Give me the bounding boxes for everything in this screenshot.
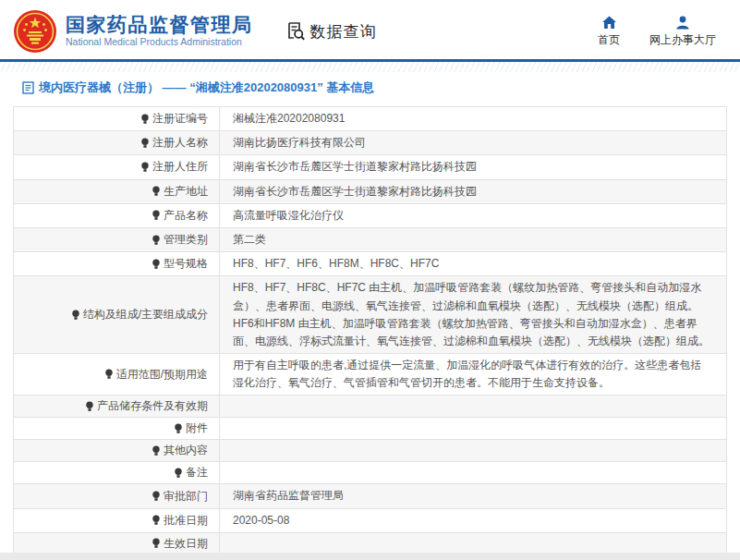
- row-label-text: 附件: [186, 420, 208, 436]
- row-label-text: 生效日期: [164, 536, 208, 552]
- row-label: 备注: [14, 462, 220, 483]
- row-label: 适用范围/预期用途: [14, 354, 220, 395]
- row-label-text: 型号规格: [164, 256, 208, 272]
- table-row: 型号规格 HF8、HF7、HF6、HF8M、HF8C、HF7C: [14, 252, 726, 276]
- table-row: 生产地址 湖南省长沙市岳麓区学士街道黎家村路比扬科技园: [14, 180, 726, 204]
- row-value: [220, 418, 726, 439]
- row-value: 湖南省长沙市岳麓区学士街道黎家村路比扬科技园: [220, 180, 726, 203]
- bulb-icon: [104, 369, 114, 380]
- row-value: 高流量呼吸湿化治疗仪: [220, 204, 726, 227]
- table-row: 管理类别 第二类: [14, 228, 726, 252]
- top-nav: 首页 网上办事大厅: [598, 16, 725, 48]
- breadcrumb: 境内医疗器械（注册） —— “湘械注准20202080931” 基本信息: [0, 72, 740, 104]
- row-label-text: 产品储存条件及有效期: [97, 398, 208, 414]
- row-value: [220, 440, 726, 461]
- data-query-label: 数据查询: [310, 21, 377, 43]
- row-label-text: 其他内容: [164, 443, 208, 458]
- row-value: 湖南省长沙市岳麓区学士街道黎家村路比扬科技园: [220, 155, 726, 178]
- row-label-text: 审批部门: [164, 489, 208, 505]
- org-names: 国家药品监督管理局 National Medical Products Admi…: [66, 14, 253, 49]
- row-label: 产品名称: [14, 204, 220, 227]
- bulb-icon: [140, 138, 150, 149]
- bulb-icon: [140, 162, 150, 173]
- bottom-band: [0, 553, 740, 560]
- row-label: 审批部门: [14, 484, 220, 507]
- bulb-icon: [152, 538, 161, 549]
- row-label-text: 批准日期: [164, 513, 208, 529]
- row-label-text: 结构及组成/主要组成成分: [83, 307, 208, 323]
- row-label: 型号规格: [14, 252, 220, 275]
- document-icon: [22, 81, 34, 94]
- nav-label-home: 首页: [598, 32, 620, 48]
- row-value: 用于有自主呼吸的患者,通过提供一定流量、加温湿化的呼吸气体进行有效的治疗。这些患…: [220, 354, 726, 395]
- table-row: 批准日期 2020-05-08: [14, 509, 726, 533]
- row-value: 湖南省药品监督管理局: [220, 484, 726, 507]
- bulb-icon: [140, 114, 150, 125]
- bulb-icon: [152, 515, 161, 526]
- bulb-icon: [152, 445, 161, 457]
- bulb-icon: [152, 259, 161, 270]
- home-icon: [601, 16, 617, 30]
- breadcrumb-text: 境内医疗器械（注册） —— “湘械注准20202080931” 基本信息: [39, 79, 374, 96]
- row-label: 管理类别: [14, 228, 220, 251]
- header: 国家药品监督管理局 National Medical Products Admi…: [0, 0, 740, 59]
- registration-info-table: 注册证编号 湘械注准20202080931 注册人名称 湖南比扬医疗科技有限公司: [13, 106, 727, 560]
- row-label-text: 注册人住所: [152, 159, 208, 175]
- bulb-icon: [152, 186, 161, 197]
- row-value: HF8、HF7、HF8C、HF7C 由主机、加温呼吸管路套装（螺纹加热管路、弯管…: [220, 276, 726, 353]
- org-name-cn: 国家药品监督管理局: [66, 14, 253, 36]
- table-row: 审批部门 湖南省药品监督管理局: [14, 484, 726, 508]
- doc-search-icon: [285, 20, 307, 43]
- table-row: 注册证编号 湘械注准20202080931: [14, 107, 726, 131]
- row-label: 结构及组成/主要组成成分: [14, 276, 220, 353]
- row-value: 2020-05-08: [220, 509, 726, 532]
- org-name-en: National Medical Products Administration: [66, 36, 253, 49]
- row-label-text: 适用范围/预期用途: [116, 367, 208, 383]
- row-value: HF8、HF7、HF6、HF8M、HF8C、HF7C: [220, 252, 726, 275]
- row-label-text: 注册证编号: [152, 111, 208, 127]
- bulb-icon: [71, 310, 80, 321]
- row-label: 附件: [14, 418, 220, 439]
- row-label: 注册证编号: [14, 107, 220, 130]
- table-row: 产品名称 高流量呼吸湿化治疗仪: [14, 204, 726, 228]
- row-label: 生产地址: [14, 180, 220, 203]
- table-row: 产品储存条件及有效期: [14, 396, 726, 418]
- page: 国家药品监督管理局 National Medical Products Admi…: [0, 0, 740, 560]
- bulb-icon: [152, 235, 161, 246]
- user-icon: [675, 16, 690, 30]
- data-query-tab[interactable]: 数据查询: [285, 20, 377, 43]
- bulb-icon: [174, 468, 183, 479]
- table-row: 注册人名称 湖南比扬医疗科技有限公司: [14, 131, 726, 155]
- row-value: 湖南比扬医疗科技有限公司: [220, 131, 726, 154]
- nav-item-service-hall[interactable]: 网上办事大厅: [649, 16, 716, 48]
- row-label: 注册人住所: [14, 155, 220, 178]
- row-value: 第二类: [220, 228, 726, 251]
- row-label: 批准日期: [14, 509, 220, 532]
- bulb-icon: [152, 491, 161, 502]
- table-row: 附件: [14, 418, 726, 440]
- row-value: 湘械注准20202080931: [220, 107, 726, 130]
- bulb-icon: [174, 423, 183, 434]
- stripe-band: [0, 62, 740, 72]
- row-value: [220, 396, 726, 417]
- row-label: 其他内容: [14, 440, 220, 461]
- row-label-text: 产品名称: [164, 208, 208, 224]
- table-row: 结构及组成/主要组成成分 HF8、HF7、HF8C、HF7C 由主机、加温呼吸管…: [14, 276, 726, 354]
- row-value: [220, 462, 726, 483]
- row-label: 生效日期: [14, 533, 220, 554]
- national-emblem-logo: [13, 9, 57, 54]
- table-row: 备注: [14, 462, 726, 484]
- nav-item-home[interactable]: 首页: [598, 16, 620, 48]
- table-row: 其他内容: [14, 440, 726, 462]
- nav-label-service-hall: 网上办事大厅: [649, 32, 716, 48]
- table-row: 注册人住所 湖南省长沙市岳麓区学士街道黎家村路比扬科技园: [14, 155, 726, 179]
- row-label: 产品储存条件及有效期: [14, 396, 220, 417]
- row-label-text: 生产地址: [164, 184, 208, 200]
- table-row: 适用范围/预期用途 用于有自主呼吸的患者,通过提供一定流量、加温湿化的呼吸气体进…: [14, 354, 726, 396]
- row-value: [220, 533, 726, 554]
- bulb-icon: [152, 210, 161, 221]
- bulb-icon: [85, 401, 94, 412]
- row-label-text: 备注: [186, 465, 208, 481]
- row-label: 注册人名称: [14, 131, 220, 154]
- row-label-text: 注册人名称: [152, 135, 208, 151]
